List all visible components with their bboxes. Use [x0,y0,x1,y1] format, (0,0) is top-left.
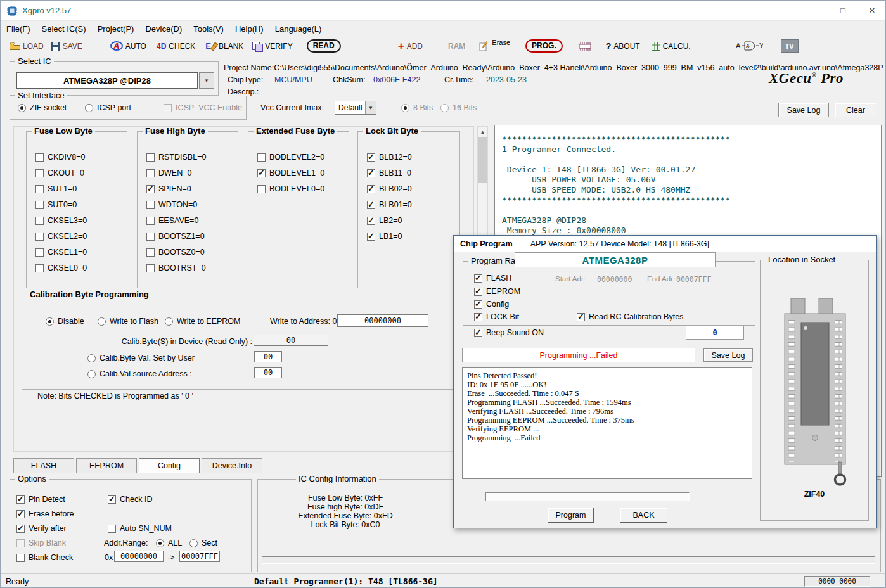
calib-disable-radio[interactable]: Disable [46,317,84,326]
bits16-radio[interactable]: 16 Bits [440,103,477,112]
auto-sn-checkbox[interactable]: Auto SN_NUM [108,524,172,533]
fuse-option[interactable]: EESAVE=0 [146,216,238,225]
addr-range-all-radio[interactable]: ALL [156,539,182,547]
range-from-input[interactable]: 00000000 [114,551,164,562]
load-button[interactable]: LOAD [10,42,44,51]
fuse-option[interactable]: CKOUT=0 [35,169,127,177]
lock-bit-option[interactable]: BLB11=0 [367,169,459,177]
zif-socket-radio[interactable]: ZIF socket [18,103,67,112]
fuse-option[interactable]: SPIEN=0 [146,184,238,193]
calib-write-eeprom-radio[interactable]: Write to EEPROM [165,317,240,326]
flash-checkbox[interactable]: FLASH [474,274,511,283]
fuse-option[interactable]: CKDIV8=0 [35,153,127,162]
lock-bit-checkbox[interactable]: LOCK Bit [474,312,519,321]
dialog-save-log-button[interactable]: Save Log [703,348,753,362]
back-button[interactable]: BACK [620,508,667,523]
selected-ic-display[interactable]: ATMEGA328P @DIP28 [16,72,198,89]
program-button[interactable]: Program [548,508,594,523]
menu-item[interactable]: Project(P) [92,22,140,35]
hex-prefix-text: 0x [105,553,113,562]
calib-write-flash-radio[interactable]: Write to Flash [98,317,158,326]
dialog-log[interactable]: Pins Detected Passed!ID: 0x 1E 95 0F ...… [462,367,752,479]
save-log-button[interactable]: Save Log [778,103,829,117]
menu-item[interactable]: Tools(V) [188,22,229,35]
clear-button[interactable]: Clear [835,103,876,117]
fuse-option[interactable]: DWEN=0 [146,169,238,177]
fuse-option[interactable]: SUT0=0 [35,200,127,209]
tab[interactable]: Device.Info [202,458,262,473]
fuse-option[interactable]: CKSEL2=0 [35,232,127,241]
calib-src-radio[interactable]: Calib.Val source Address : [87,369,192,378]
scrollbar-thumb[interactable] [478,137,487,183]
fuse-option[interactable]: BODLEVEL2=0 [257,153,349,162]
maximize-button[interactable]: □ [828,1,857,20]
lock-bit-option[interactable]: LB2=0 [367,216,459,225]
fuse-option[interactable]: CKSEL0=0 [35,264,127,272]
addr-range-sect-radio[interactable]: Sect [189,539,217,547]
verify-button[interactable]: VERIFY [252,42,292,51]
verify-after-checkbox[interactable]: Verify after [16,524,67,533]
fuse-option[interactable]: BOOTSZ1=0 [146,232,238,241]
lock-bit-option[interactable]: BLB12=0 [367,153,459,162]
pin-detect-checkbox[interactable]: Pin Detect [16,495,65,504]
calib-user-input[interactable]: 00 [254,351,282,362]
icsp-vcc-checkbox[interactable]: ICSP_VCC Enable [164,103,242,112]
check-id-checkbox[interactable]: Check ID [108,495,152,504]
fuse-option[interactable]: CKSEL1=0 [35,248,127,257]
fuse-option[interactable]: SUT1=0 [35,184,127,193]
fuse-option[interactable]: BOOTSZ0=0 [146,248,238,257]
icsp-port-radio[interactable]: ICSP port [85,103,131,112]
erase-before-checkbox[interactable]: Erase before [16,509,74,518]
skip-blank-checkbox[interactable]: Skip Blank [16,539,66,547]
tab[interactable]: EEPROM [76,458,137,473]
tv-button[interactable]: TV [781,39,799,53]
calib-src-input[interactable]: 00 [254,367,282,378]
vcc-current-select[interactable]: Default [335,101,376,115]
range-to-input[interactable]: 00007FFF [179,551,220,562]
minimize-button[interactable]: – [799,1,828,20]
lock-bit-option[interactable]: BLB01=0 [367,200,459,209]
bits8-radio[interactable]: 8 Bits [401,103,433,112]
tab-label: EEPROM [89,461,124,470]
add-button[interactable]: + ADD [398,41,423,51]
load-label: LOAD [23,42,44,51]
read-button[interactable]: READ [307,39,341,53]
lock-bit-option[interactable]: LB1=0 [367,232,459,241]
tab[interactable]: Config [139,458,200,473]
fuse-option[interactable]: BODLEVEL0=0 [257,184,349,193]
beep-sound-checkbox[interactable]: Beep Sound ON [474,328,544,337]
about-button[interactable]: ? ABOUT [606,41,640,51]
menu-item[interactable]: Device(D) [139,22,188,35]
menu-item[interactable]: Help(H) [229,22,269,35]
dialog-title-bar[interactable]: Chip Program APP Version: 12.57 Device M… [454,236,876,252]
menu-item[interactable]: Select IC(S) [36,22,92,35]
scroll-up-icon[interactable]: ▲ [478,127,487,137]
read-rc-checkbox[interactable]: Read RC Calibration Bytes [577,312,683,321]
menu-item[interactable]: Language(L) [269,22,328,35]
prog-button[interactable]: PROG. [525,39,563,53]
fuse-option[interactable]: WDTON=0 [146,200,238,209]
lock-bit-option[interactable]: BLB02=0 [367,184,459,193]
fuse-option[interactable]: RSTDISBL=0 [146,153,238,162]
close-button[interactable]: ✕ [857,1,886,20]
ic-test-button[interactable] [578,41,592,51]
config-checkbox[interactable]: Config [474,300,509,309]
write-address-input[interactable]: 00000000 [337,314,428,327]
tab[interactable]: FLASH [13,458,74,473]
select-ic-dropdown-button[interactable] [199,72,214,89]
calib-user-radio[interactable]: Calib.Byte Val. Set by User [87,354,195,362]
fuse-option[interactable]: CKSEL3=0 [35,216,127,225]
auto-button[interactable]: A AUTO [110,41,146,51]
blank-button[interactable]: E BLANK [205,41,243,51]
menu-item[interactable]: File(F) [1,22,36,35]
calcu-button[interactable]: CALCU. [652,42,691,51]
check-button[interactable]: 4D CHECK [157,42,195,51]
chevron-down-icon[interactable] [365,101,376,114]
save-button[interactable]: SAVE [51,42,82,51]
fuse-option[interactable]: BOOTRST=0 [146,264,238,272]
fuse-option[interactable]: BODLEVEL1=0 [257,169,349,177]
logic-test-button[interactable]: A & Y [735,41,763,51]
eeprom-checkbox[interactable]: EEPROM [474,287,520,296]
erase-button[interactable]: Erase [479,41,510,51]
blank-check-checkbox[interactable]: Blank Check [16,553,73,562]
